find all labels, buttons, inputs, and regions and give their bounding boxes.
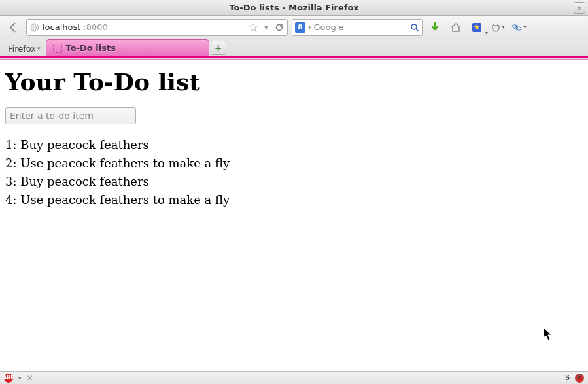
search-placeholder: Google	[314, 22, 407, 32]
url-bar[interactable]: localhost:8000 ▾	[26, 19, 288, 36]
chevron-down-icon[interactable]: ▾	[18, 375, 22, 381]
orbit-icon	[511, 22, 523, 33]
firebug-icon[interactable]: 🐞	[575, 374, 584, 383]
home-icon	[450, 22, 462, 33]
search-engine-dropdown-icon[interactable]: ▾	[308, 24, 311, 31]
browser-toolbar: localhost:8000 ▾ 8 ▾ Google ▾ ▾ ▾	[0, 16, 588, 39]
todo-item: 4Use peacock feathers to make a fly	[5, 191, 583, 209]
firefox-menu-label: Firefox	[8, 44, 36, 54]
todo-list: 1Buy peacock feathers2Use peacock feathe…	[5, 136, 583, 209]
todo-item-text: Buy peacock feathers	[20, 175, 149, 188]
todo-item-text: Use peacock feathers to make a fly	[20, 193, 230, 207]
url-host: localhost	[43, 22, 80, 32]
new-tab-button[interactable]: +	[211, 41, 226, 55]
globe-icon	[29, 22, 40, 33]
chevron-down-icon: ▾	[523, 24, 526, 30]
todo-item-index: 2	[5, 156, 20, 170]
window-title: To-Do lists - Mozilla Firefox	[229, 3, 358, 12]
chevron-down-icon: ▾	[502, 24, 504, 30]
page-content: Your To-Do list 1Buy peacock feathers2Us…	[0, 59, 588, 371]
extension-button-1[interactable]: ▾	[489, 19, 506, 36]
todo-item-index: 3	[5, 175, 20, 188]
url-dropdown-icon[interactable]: ▾	[261, 22, 271, 32]
chevron-down-icon: ▾	[485, 30, 488, 36]
search-bar[interactable]: 8 ▾ Google	[292, 19, 423, 36]
statusbar-s-icon[interactable]: S	[565, 373, 570, 383]
status-bar: ABP ▾ ✕ S 🐞	[0, 371, 588, 384]
new-todo-input[interactable]	[5, 107, 136, 124]
todo-item: 2Use peacock feathers to make a fly	[5, 154, 583, 173]
todo-item-index: 1	[5, 138, 20, 152]
todo-item: 1Buy peacock feathers	[5, 136, 583, 154]
downloads-button[interactable]	[426, 19, 443, 36]
extension-button-2[interactable]: ▾	[510, 19, 527, 36]
tab-todo-lists[interactable]: To-Do lists	[46, 39, 209, 56]
svg-point-4	[515, 26, 518, 29]
url-port: :8000	[83, 22, 107, 32]
reload-icon[interactable]	[274, 23, 285, 32]
back-button[interactable]	[5, 19, 22, 36]
todo-item: 3Buy peacock feathers	[5, 173, 583, 191]
adblock-icon[interactable]: ABP	[4, 374, 13, 383]
search-icon[interactable]	[410, 23, 419, 32]
plug-icon	[491, 22, 501, 33]
search-engine-badge-icon: 8	[295, 22, 305, 33]
page-heading: Your To-Do list	[5, 68, 583, 96]
window-titlebar: To-Do lists - Mozilla Firefox ✕	[0, 0, 588, 16]
chevron-down-icon: ▾	[37, 45, 41, 52]
close-icon: ✕	[577, 5, 582, 12]
back-arrow-icon	[7, 21, 20, 34]
bookmarks-button[interactable]: ▾	[468, 19, 485, 36]
download-arrow-icon	[429, 22, 441, 33]
tab-strip: Firefox ▾ To-Do lists +	[0, 39, 588, 58]
plus-icon: +	[215, 43, 222, 53]
window-close-button[interactable]: ✕	[574, 2, 585, 14]
tab-label: To-Do lists	[66, 43, 116, 53]
home-button[interactable]	[447, 19, 464, 36]
svg-point-1	[411, 24, 417, 29]
svg-line-2	[416, 29, 419, 31]
firefox-menu-button[interactable]: Firefox ▾	[3, 41, 46, 56]
todo-item-index: 4	[5, 193, 20, 207]
statusbar-close-icon[interactable]: ✕	[27, 374, 33, 383]
bookmark-star-icon[interactable]	[248, 23, 258, 32]
tab-loading-icon	[53, 44, 62, 53]
todo-item-text: Buy peacock feathers	[20, 138, 149, 152]
bookmarks-star-icon	[471, 22, 483, 33]
todo-item-text: Use peacock feathers to make a fly	[20, 156, 230, 170]
